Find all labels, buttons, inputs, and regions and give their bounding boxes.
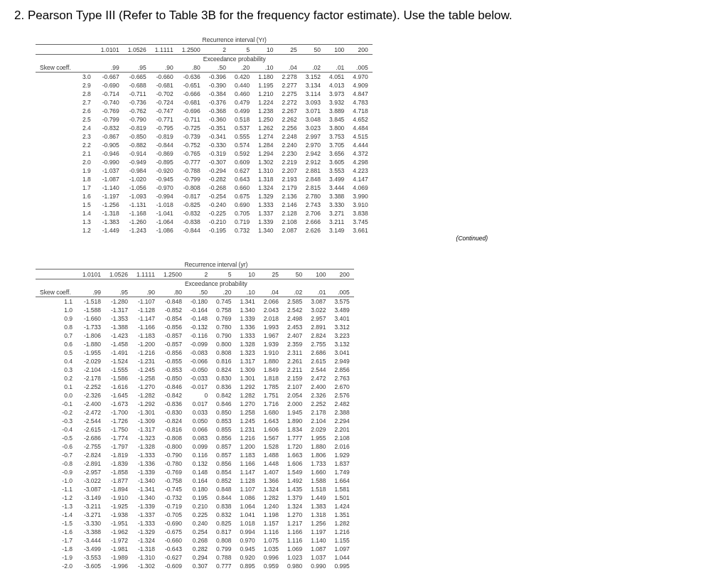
cell: 0.643	[230, 175, 254, 183]
cell: 1.309	[235, 365, 259, 374]
table-row: 1.2-1.449-1.243-1.086-0.844-0.1950.7321.…	[36, 226, 373, 235]
cell: 3.087	[306, 297, 330, 306]
cell: 0.555	[230, 132, 254, 141]
cell: 4.223	[348, 166, 372, 175]
tables-container: Recurrence interval (Yr) 1.01011.05261.1…	[14, 36, 714, 571]
cell: -2.029	[78, 357, 105, 365]
table-row: 2.5-0.799-0.790-0.771-0.711-0.3600.5181.…	[36, 115, 373, 124]
skew-value: 0.0	[36, 391, 78, 400]
table-row: -0.2-2.472-1.700-1.301-0.8300.0330.8501.…	[36, 408, 354, 417]
cell: -0.745	[159, 485, 186, 493]
cell: 1.939	[259, 340, 283, 348]
cell: 0.282	[186, 545, 212, 553]
table-row: 2.3-0.867-0.850-0.819-0.739-0.3410.5551.…	[36, 132, 373, 141]
skew-value: 2.0	[78, 158, 97, 166]
cell: -0.765	[178, 149, 205, 158]
cell: -0.740	[97, 98, 124, 107]
cell: -1.128	[132, 306, 159, 314]
cell: 0.920	[235, 553, 259, 562]
col-header: 1.0526	[105, 270, 132, 279]
cell: 0.116	[186, 451, 212, 459]
skew-value: 1.4	[78, 209, 97, 218]
cell: -0.195	[205, 226, 230, 235]
cell: -0.882	[124, 141, 151, 149]
cell: -3.444	[78, 536, 105, 545]
cell: 0.800	[212, 340, 235, 348]
cell: 4.909	[348, 81, 372, 90]
cell: -1.107	[132, 297, 159, 306]
cell: 1.837	[331, 459, 354, 468]
cell: 1.282	[259, 493, 283, 502]
cell: 2.240	[278, 141, 301, 149]
cell: -0.771	[151, 115, 178, 124]
skew-value: 2.8	[78, 90, 97, 98]
cell: 1.664	[331, 476, 354, 485]
cell: 2.626	[301, 226, 325, 235]
skew-value: 0.3	[36, 365, 78, 374]
cell: 2.815	[301, 183, 325, 192]
cell: -0.832	[97, 124, 124, 132]
cell: -0.711	[178, 115, 205, 124]
cell: -1.449	[97, 226, 124, 235]
cell: 1.777	[283, 434, 306, 442]
cell: 0.945	[235, 545, 259, 553]
cell: 1.383	[306, 502, 330, 511]
cell: -0.825	[178, 201, 205, 209]
cell: 2.585	[283, 297, 306, 306]
cell: -0.856	[159, 323, 186, 331]
cell: 4.013	[325, 81, 348, 90]
cell: -1.309	[132, 417, 159, 425]
cell: -0.268	[205, 183, 230, 192]
cell: 2.856	[331, 365, 354, 374]
cell: 3.312	[331, 323, 354, 331]
cell: -2.891	[78, 459, 105, 468]
cell: -0.895	[151, 158, 178, 166]
cell: -1.894	[105, 485, 132, 493]
exceedance-header: Exceedance probability	[97, 55, 373, 64]
cell: 1.282	[235, 391, 259, 400]
cell: 2.054	[283, 391, 306, 400]
cell: -1.458	[105, 340, 132, 348]
cell: 0.808	[212, 348, 235, 357]
cell: 3.800	[325, 124, 348, 132]
exceedance-header-2: Exceedance probability	[78, 279, 354, 289]
cell: -1.328	[132, 442, 159, 451]
cell: -1.586	[105, 374, 132, 383]
cell: 1.324	[254, 183, 277, 192]
cell: 3.605	[325, 158, 348, 166]
cell: 1.270	[235, 400, 259, 408]
cell: 1.274	[254, 132, 277, 141]
cell: -1.962	[105, 528, 132, 536]
cell: 0.816	[212, 357, 235, 365]
cell: -3.605	[78, 562, 105, 570]
cell: 0.440	[230, 81, 254, 90]
cell: 0.990	[306, 562, 330, 570]
cell: -2.755	[78, 442, 105, 451]
cell: 2.107	[283, 383, 306, 391]
cell: 0.832	[212, 511, 235, 519]
cell: 1.581	[331, 485, 354, 493]
cell: 1.140	[306, 536, 330, 545]
cell: 1.818	[259, 374, 283, 383]
cell: -1.140	[97, 183, 124, 192]
cell: -0.681	[151, 81, 178, 90]
cell: 1.806	[306, 451, 330, 459]
cell: 0.980	[283, 562, 306, 570]
cell: 1.116	[283, 536, 306, 545]
cell: 1.733	[306, 459, 330, 468]
continued-label: (Continued)	[36, 235, 491, 242]
cell: -3.388	[78, 528, 105, 536]
cell: -0.769	[159, 468, 186, 476]
cell: 0.420	[230, 73, 254, 82]
cell: 0.854	[212, 468, 235, 476]
cell: 3.388	[325, 192, 348, 201]
cell: -1.329	[132, 528, 159, 536]
cell: -2.544	[78, 417, 105, 425]
cell: -0.368	[205, 107, 230, 115]
cell: -1.423	[105, 331, 132, 340]
cell: 3.889	[325, 107, 348, 115]
cell: 3.223	[331, 331, 354, 340]
skew-value: 1.3	[78, 218, 97, 226]
cell: -0.830	[159, 408, 186, 417]
table-row: 0.1-2.252-1.616-1.270-0.846-0.0170.8361.…	[36, 383, 354, 391]
